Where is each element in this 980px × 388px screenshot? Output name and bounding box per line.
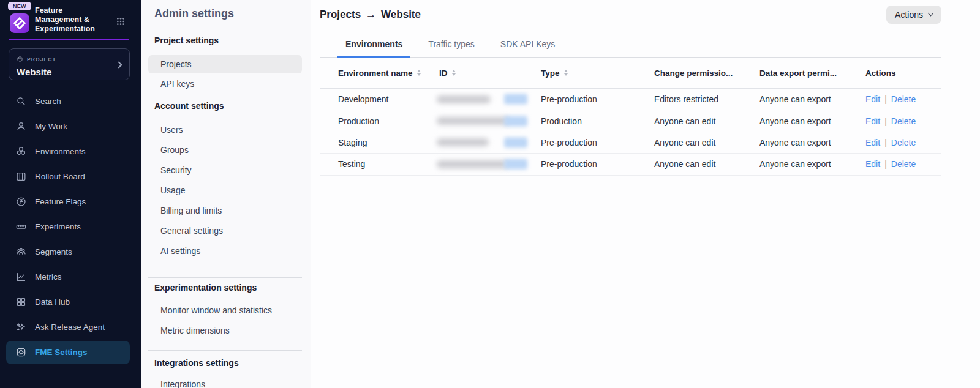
- settings-item-api-keys[interactable]: API keys: [141, 73, 311, 94]
- sidebar-item-label: Ask Release Agent: [35, 323, 105, 332]
- split-logo-icon: [9, 13, 30, 34]
- sidebar-item-fme-settings[interactable]: FME Settings: [6, 341, 130, 364]
- settings-item-projects[interactable]: Projects: [148, 55, 302, 73]
- sidebar-item-search[interactable]: Search: [0, 89, 141, 114]
- sidebar-item-label: Data Hub: [35, 297, 70, 307]
- project-label: PROJECT: [27, 56, 56, 62]
- settings-item-security[interactable]: Security: [141, 160, 311, 180]
- project-name: Website: [17, 67, 113, 77]
- fme-settings-icon: [15, 346, 27, 358]
- breadcrumb-current: Website: [381, 9, 421, 21]
- delete-link[interactable]: Delete: [891, 94, 916, 104]
- sidebar-item-my-work[interactable]: My Work: [0, 114, 141, 139]
- actions-button[interactable]: Actions: [886, 6, 941, 24]
- column-header-id[interactable]: ID: [439, 69, 541, 78]
- section-heading-experimentation-settings: Experimentation settings: [154, 283, 311, 295]
- column-header-data-export-permissions: Data export permi...: [760, 69, 865, 78]
- sidebar-item-rollout-board[interactable]: Rollout Board: [0, 164, 141, 189]
- delete-link[interactable]: Delete: [891, 159, 916, 169]
- actions-cell: Edit|Delete: [865, 116, 941, 126]
- redacted-id-blob: [437, 138, 489, 146]
- environment-type-cell: Production: [541, 116, 654, 126]
- settings-item-metric-dimensions[interactable]: Metric dimensions: [141, 320, 311, 340]
- sidebar-item-label: My Work: [35, 122, 67, 131]
- chevron-down-icon: [928, 10, 934, 17]
- hexagons-icon: [15, 146, 27, 157]
- app-switcher-icon[interactable]: [116, 17, 126, 26]
- edit-link[interactable]: Edit: [865, 116, 880, 126]
- settings-item-users[interactable]: Users: [141, 119, 311, 140]
- environment-id-cell: [439, 117, 541, 125]
- change-permissions-cell: Anyone can edit: [654, 116, 760, 126]
- page-header: Projects → Website Actions: [311, 0, 980, 29]
- chevron-right-icon: [115, 61, 122, 68]
- environments-table: Environment name ID Type Change permissi…: [320, 58, 941, 176]
- delete-link[interactable]: Delete: [891, 138, 916, 147]
- sidebar-item-environments[interactable]: Environments: [0, 139, 141, 164]
- ruler-icon: [15, 221, 27, 233]
- copy-id-chip[interactable]: [504, 116, 527, 126]
- environment-id-cell: [439, 95, 541, 103]
- settings-item-groups[interactable]: Groups: [141, 140, 311, 160]
- column-header-environment-name[interactable]: Environment name: [320, 69, 439, 78]
- divider: [148, 277, 302, 278]
- tab-traffic-types[interactable]: Traffic types: [420, 29, 482, 58]
- board-columns-icon: [15, 171, 27, 182]
- breadcrumb-parent[interactable]: Projects: [320, 9, 361, 21]
- edit-link[interactable]: Edit: [865, 94, 880, 104]
- delete-link[interactable]: Delete: [891, 116, 916, 126]
- settings-item-monitor-window[interactable]: Monitor window and statistics: [141, 300, 311, 320]
- sidebar-item-feature-flags[interactable]: Feature Flags: [0, 189, 141, 214]
- environment-name-cell: Development: [320, 94, 439, 104]
- column-header-type[interactable]: Type: [541, 69, 654, 78]
- edit-link[interactable]: Edit: [865, 159, 880, 169]
- settings-item-usage[interactable]: Usage: [141, 180, 311, 200]
- environment-type-cell: Pre-production: [541, 94, 654, 104]
- environment-id-cell: [439, 160, 541, 168]
- sidebar-item-data-hub[interactable]: Data Hub: [0, 289, 141, 315]
- sparkles-icon: [15, 321, 27, 333]
- data-export-cell: Anyone can export: [760, 159, 865, 169]
- settings-item-general-settings[interactable]: General settings: [141, 220, 311, 241]
- app-sidebar: NEW Feature Management & Experimentation: [0, 0, 141, 388]
- sidebar-item-segments[interactable]: Segments: [0, 239, 141, 264]
- settings-item-ai-settings[interactable]: AI settings: [141, 241, 311, 261]
- redacted-id-blob: [437, 95, 491, 103]
- actions-cell: Edit|Delete: [865, 94, 941, 104]
- data-export-cell: Anyone can export: [760, 94, 865, 104]
- sidebar-item-experiments[interactable]: Experiments: [0, 214, 141, 239]
- actions-cell: Edit|Delete: [865, 138, 941, 147]
- column-header-change-permissions: Change permissio...: [654, 69, 760, 78]
- sidebar-item-label: Feature Flags: [35, 197, 86, 206]
- edit-link[interactable]: Edit: [865, 138, 880, 147]
- section-heading-account-settings: Account settings: [154, 101, 311, 113]
- table-row: Development Pre-production Editors restr…: [320, 89, 941, 110]
- environment-type-cell: Pre-production: [541, 159, 654, 169]
- section-heading-project-settings: Project settings: [154, 35, 311, 48]
- admin-settings-nav: Admin settings Project settings Projects…: [141, 0, 311, 388]
- copy-id-chip[interactable]: [504, 94, 527, 105]
- redacted-id-blob: [437, 117, 509, 125]
- section-heading-integrations-settings: Integrations settings: [154, 358, 311, 370]
- user-icon: [15, 121, 27, 132]
- copy-id-chip[interactable]: [504, 159, 527, 170]
- sidebar-nav: Search My Work Environments Rollout Boar…: [0, 89, 141, 364]
- logo-block: NEW Feature Management & Experimentation: [0, 0, 141, 40]
- settings-item-integrations[interactable]: Integrations: [141, 374, 311, 388]
- table-header-row: Environment name ID Type Change permissi…: [320, 58, 941, 89]
- project-selector[interactable]: PROJECT Website: [9, 48, 130, 80]
- table-row: Production Production Anyone can edit An…: [320, 110, 941, 132]
- sidebar-item-ask-release-agent[interactable]: Ask Release Agent: [0, 315, 141, 340]
- people-group-icon: [15, 246, 27, 258]
- product-name: Feature Management & Experimentation: [35, 6, 110, 34]
- sidebar-item-metrics[interactable]: Metrics: [0, 264, 141, 289]
- tab-sdk-api-keys[interactable]: SDK API Keys: [492, 29, 563, 58]
- column-header-actions: Actions: [865, 69, 941, 78]
- settings-item-billing-and-limits[interactable]: Billing and limits: [141, 200, 311, 220]
- sort-icon: [417, 70, 421, 76]
- copy-id-chip[interactable]: [504, 137, 527, 147]
- search-icon: [15, 95, 27, 107]
- sort-icon: [452, 70, 456, 76]
- tab-environments[interactable]: Environments: [337, 29, 410, 58]
- environment-name-cell: Testing: [320, 159, 439, 169]
